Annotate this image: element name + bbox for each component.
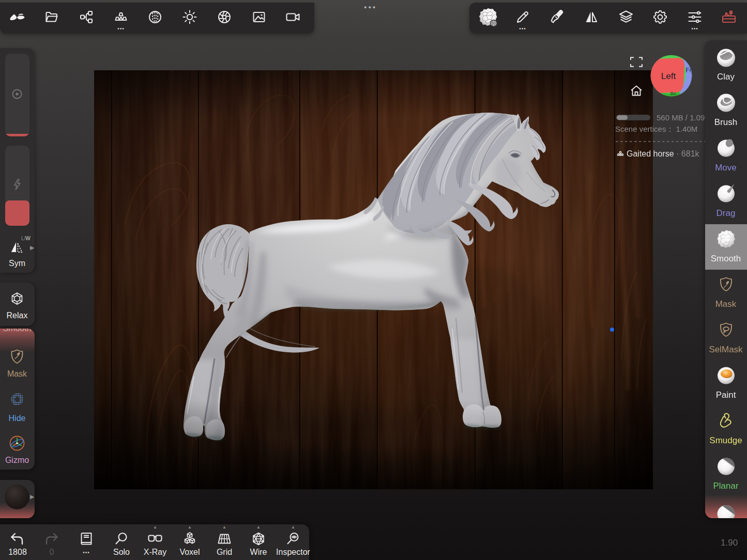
svg-text:Fr: Fr (685, 67, 691, 74)
svg-text:Left: Left (661, 71, 676, 81)
svg-text:Bo: Bo (670, 91, 676, 96)
